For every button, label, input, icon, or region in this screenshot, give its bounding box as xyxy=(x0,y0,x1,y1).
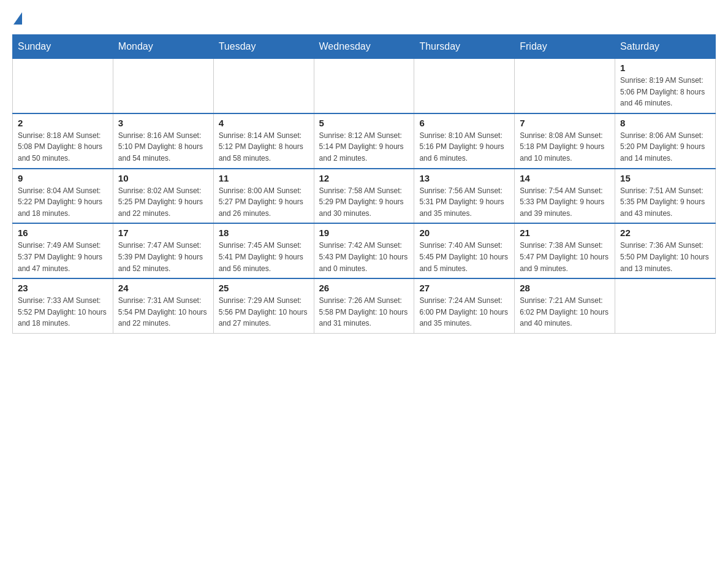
calendar-day-cell: 10Sunrise: 8:02 AM Sunset: 5:25 PM Dayli… xyxy=(113,169,213,224)
calendar-day-cell: 3Sunrise: 8:16 AM Sunset: 5:10 PM Daylig… xyxy=(113,113,213,169)
day-number: 15 xyxy=(620,173,710,183)
day-info: Sunrise: 7:21 AM Sunset: 6:02 PM Dayligh… xyxy=(520,295,610,329)
day-info: Sunrise: 7:54 AM Sunset: 5:33 PM Dayligh… xyxy=(520,185,610,220)
day-info: Sunrise: 7:33 AM Sunset: 5:52 PM Dayligh… xyxy=(18,295,108,329)
day-info: Sunrise: 7:51 AM Sunset: 5:35 PM Dayligh… xyxy=(620,185,710,220)
day-number: 6 xyxy=(419,118,509,128)
calendar-day-cell: 27Sunrise: 7:24 AM Sunset: 6:00 PM Dayli… xyxy=(414,278,515,333)
calendar-day-cell: 24Sunrise: 7:31 AM Sunset: 5:54 PM Dayli… xyxy=(113,278,213,333)
calendar-day-header: Wednesday xyxy=(314,35,414,59)
day-info: Sunrise: 8:06 AM Sunset: 5:20 PM Dayligh… xyxy=(620,130,710,164)
calendar-day-cell: 26Sunrise: 7:26 AM Sunset: 5:58 PM Dayli… xyxy=(314,278,414,333)
day-number: 16 xyxy=(18,228,108,238)
calendar-day-header: Saturday xyxy=(615,35,716,59)
day-info: Sunrise: 7:42 AM Sunset: 5:43 PM Dayligh… xyxy=(319,240,409,274)
calendar-day-cell: 6Sunrise: 8:10 AM Sunset: 5:16 PM Daylig… xyxy=(414,113,515,169)
calendar-day-cell: 14Sunrise: 7:54 AM Sunset: 5:33 PM Dayli… xyxy=(515,169,615,224)
day-number: 7 xyxy=(520,118,610,128)
day-info: Sunrise: 7:58 AM Sunset: 5:29 PM Dayligh… xyxy=(319,185,409,220)
day-number: 10 xyxy=(118,173,208,183)
calendar-day-cell: 4Sunrise: 8:14 AM Sunset: 5:12 PM Daylig… xyxy=(213,113,314,169)
calendar-week-row: 9Sunrise: 8:04 AM Sunset: 5:22 PM Daylig… xyxy=(13,169,716,224)
day-info: Sunrise: 8:08 AM Sunset: 5:18 PM Dayligh… xyxy=(520,130,610,164)
calendar-day-header: Monday xyxy=(113,35,213,59)
calendar-day-header: Sunday xyxy=(13,35,113,59)
day-number: 21 xyxy=(520,228,610,238)
day-info: Sunrise: 8:10 AM Sunset: 5:16 PM Dayligh… xyxy=(419,130,509,164)
calendar-day-cell: 28Sunrise: 7:21 AM Sunset: 6:02 PM Dayli… xyxy=(515,278,615,333)
day-number: 23 xyxy=(18,283,108,293)
calendar-day-cell: 15Sunrise: 7:51 AM Sunset: 5:35 PM Dayli… xyxy=(615,169,716,224)
calendar-day-cell xyxy=(314,59,414,113)
calendar-day-cell: 19Sunrise: 7:42 AM Sunset: 5:43 PM Dayli… xyxy=(314,223,414,278)
day-number: 4 xyxy=(219,118,309,128)
day-info: Sunrise: 7:40 AM Sunset: 5:45 PM Dayligh… xyxy=(419,240,509,274)
day-info: Sunrise: 7:26 AM Sunset: 5:58 PM Dayligh… xyxy=(319,295,409,329)
day-info: Sunrise: 7:36 AM Sunset: 5:50 PM Dayligh… xyxy=(620,240,710,274)
day-number: 13 xyxy=(419,173,509,183)
day-info: Sunrise: 8:00 AM Sunset: 5:27 PM Dayligh… xyxy=(219,185,309,220)
calendar-day-cell: 12Sunrise: 7:58 AM Sunset: 5:29 PM Dayli… xyxy=(314,169,414,224)
day-number: 2 xyxy=(18,118,108,128)
calendar-day-header: Thursday xyxy=(414,35,515,59)
calendar-day-cell: 5Sunrise: 8:12 AM Sunset: 5:14 PM Daylig… xyxy=(314,113,414,169)
day-number: 26 xyxy=(319,283,409,293)
day-number: 27 xyxy=(419,283,509,293)
day-info: Sunrise: 8:14 AM Sunset: 5:12 PM Dayligh… xyxy=(219,130,309,164)
day-info: Sunrise: 8:16 AM Sunset: 5:10 PM Dayligh… xyxy=(118,130,208,164)
day-info: Sunrise: 7:31 AM Sunset: 5:54 PM Dayligh… xyxy=(118,295,208,329)
calendar-day-cell: 11Sunrise: 8:00 AM Sunset: 5:27 PM Dayli… xyxy=(213,169,314,224)
day-info: Sunrise: 7:38 AM Sunset: 5:47 PM Dayligh… xyxy=(520,240,610,274)
calendar-week-row: 1Sunrise: 8:19 AM Sunset: 5:06 PM Daylig… xyxy=(13,59,716,113)
calendar-header-row: SundayMondayTuesdayWednesdayThursdayFrid… xyxy=(13,35,716,59)
calendar-day-cell xyxy=(414,59,515,113)
calendar-day-cell: 20Sunrise: 7:40 AM Sunset: 5:45 PM Dayli… xyxy=(414,223,515,278)
day-number: 18 xyxy=(219,228,309,238)
calendar-day-cell: 2Sunrise: 8:18 AM Sunset: 5:08 PM Daylig… xyxy=(13,113,113,169)
calendar-day-cell: 7Sunrise: 8:08 AM Sunset: 5:18 PM Daylig… xyxy=(515,113,615,169)
calendar-day-cell xyxy=(113,59,213,113)
day-number: 17 xyxy=(118,228,208,238)
calendar-day-cell xyxy=(13,59,113,113)
calendar-day-cell xyxy=(213,59,314,113)
calendar-day-cell: 22Sunrise: 7:36 AM Sunset: 5:50 PM Dayli… xyxy=(615,223,716,278)
calendar-day-cell: 16Sunrise: 7:49 AM Sunset: 5:37 PM Dayli… xyxy=(13,223,113,278)
calendar-day-header: Tuesday xyxy=(213,35,314,59)
calendar-day-cell: 9Sunrise: 8:04 AM Sunset: 5:22 PM Daylig… xyxy=(13,169,113,224)
calendar-week-row: 2Sunrise: 8:18 AM Sunset: 5:08 PM Daylig… xyxy=(13,113,716,169)
calendar-day-cell xyxy=(515,59,615,113)
day-info: Sunrise: 7:49 AM Sunset: 5:37 PM Dayligh… xyxy=(18,240,108,274)
day-number: 20 xyxy=(419,228,509,238)
calendar-day-cell: 8Sunrise: 8:06 AM Sunset: 5:20 PM Daylig… xyxy=(615,113,716,169)
day-info: Sunrise: 7:56 AM Sunset: 5:31 PM Dayligh… xyxy=(419,185,509,220)
day-number: 28 xyxy=(520,283,610,293)
day-number: 14 xyxy=(520,173,610,183)
day-number: 9 xyxy=(18,173,108,183)
calendar-day-header: Friday xyxy=(515,35,615,59)
day-info: Sunrise: 8:18 AM Sunset: 5:08 PM Dayligh… xyxy=(18,130,108,164)
calendar-day-cell: 21Sunrise: 7:38 AM Sunset: 5:47 PM Dayli… xyxy=(515,223,615,278)
day-info: Sunrise: 8:02 AM Sunset: 5:25 PM Dayligh… xyxy=(118,185,208,220)
day-number: 1 xyxy=(620,63,710,73)
day-info: Sunrise: 8:19 AM Sunset: 5:06 PM Dayligh… xyxy=(620,75,710,109)
logo-triangle-icon xyxy=(13,12,22,25)
calendar-day-cell: 25Sunrise: 7:29 AM Sunset: 5:56 PM Dayli… xyxy=(213,278,314,333)
day-number: 5 xyxy=(319,118,409,128)
calendar-day-cell: 23Sunrise: 7:33 AM Sunset: 5:52 PM Dayli… xyxy=(13,278,113,333)
day-number: 25 xyxy=(219,283,309,293)
logo xyxy=(12,12,23,25)
day-info: Sunrise: 7:29 AM Sunset: 5:56 PM Dayligh… xyxy=(219,295,309,329)
day-info: Sunrise: 8:04 AM Sunset: 5:22 PM Dayligh… xyxy=(18,185,108,220)
day-info: Sunrise: 7:24 AM Sunset: 6:00 PM Dayligh… xyxy=(419,295,509,329)
day-number: 11 xyxy=(219,173,309,183)
day-info: Sunrise: 7:47 AM Sunset: 5:39 PM Dayligh… xyxy=(118,240,208,274)
calendar-day-cell: 18Sunrise: 7:45 AM Sunset: 5:41 PM Dayli… xyxy=(213,223,314,278)
day-info: Sunrise: 8:12 AM Sunset: 5:14 PM Dayligh… xyxy=(319,130,409,164)
day-number: 12 xyxy=(319,173,409,183)
calendar-table: SundayMondayTuesdayWednesdayThursdayFrid… xyxy=(12,34,716,334)
calendar-week-row: 16Sunrise: 7:49 AM Sunset: 5:37 PM Dayli… xyxy=(13,223,716,278)
calendar-day-cell: 17Sunrise: 7:47 AM Sunset: 5:39 PM Dayli… xyxy=(113,223,213,278)
day-number: 8 xyxy=(620,118,710,128)
calendar-day-cell: 1Sunrise: 8:19 AM Sunset: 5:06 PM Daylig… xyxy=(615,59,716,113)
calendar-week-row: 23Sunrise: 7:33 AM Sunset: 5:52 PM Dayli… xyxy=(13,278,716,333)
